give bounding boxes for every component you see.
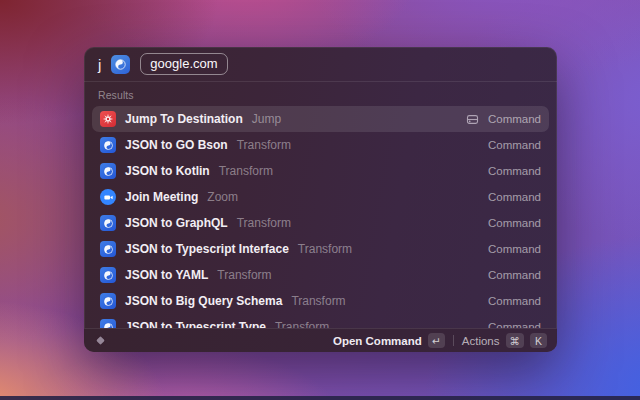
desktop-background: j google.com Results Jump To Destination… <box>0 0 640 400</box>
item-title: JSON to GO Bson <box>125 138 228 152</box>
json-extension-icon <box>111 55 130 74</box>
zoom-video-icon <box>100 189 116 205</box>
raycast-window: j google.com Results Jump To Destination… <box>84 47 557 352</box>
item-subtitle: Jump <box>252 112 281 126</box>
item-type-accessory: Command <box>488 295 541 307</box>
item-type-accessory: Command <box>488 269 541 281</box>
item-type-accessory: Command <box>488 113 541 125</box>
list-item[interactable]: Jump To DestinationJumpCommand <box>92 106 549 132</box>
list-item[interactable]: JSON to Typescript InterfaceTransformCom… <box>92 236 549 262</box>
jump-destination-icon <box>100 111 116 127</box>
item-subtitle: Transform <box>291 294 345 308</box>
item-title: JSON to GraphQL <box>125 216 228 230</box>
screen-bottom-edge <box>0 396 640 400</box>
item-title: Jump To Destination <box>125 112 243 126</box>
item-type-accessory: Command <box>488 191 541 203</box>
item-type-accessory: Command <box>488 217 541 229</box>
item-subtitle: Transform <box>298 242 352 256</box>
command-key-icon: ⌘ <box>506 333 525 348</box>
item-title: JSON to Big Query Schema <box>125 294 282 308</box>
item-type-accessory: Command <box>488 165 541 177</box>
k-key: K <box>530 333 547 348</box>
actions-button[interactable]: Actions ⌘ K <box>462 333 547 348</box>
footer-bar: Open Command ↵ Actions ⌘ K <box>84 328 557 352</box>
json-transform-icon <box>100 163 116 179</box>
item-subtitle: Transform <box>237 216 291 230</box>
list-item[interactable]: JSON to KotlinTransformCommand <box>92 158 549 184</box>
list-item[interactable]: JSON to GO BsonTransformCommand <box>92 132 549 158</box>
item-title: JSON to Typescript Interface <box>125 242 289 256</box>
item-title: JSON to Kotlin <box>125 164 210 178</box>
return-key-icon: ↵ <box>428 333 445 348</box>
actions-label: Actions <box>462 335 500 347</box>
search-query-text: j <box>98 56 101 73</box>
list-item[interactable]: JSON to GraphQLTransformCommand <box>92 210 549 236</box>
json-transform-icon <box>100 293 116 309</box>
item-type-accessory: Command <box>488 139 541 151</box>
list-item[interactable]: Join MeetingZoomCommand <box>92 184 549 210</box>
json-transform-icon <box>100 137 116 153</box>
item-subtitle: Zoom <box>207 190 238 204</box>
json-transform-icon <box>100 241 116 257</box>
item-subtitle: Transform <box>217 268 271 282</box>
list-item[interactable]: JSON to YAMLTransformCommand <box>92 262 549 288</box>
list-item[interactable]: JSON to Big Query SchemaTransformCommand <box>92 288 549 314</box>
raycast-logo-icon <box>94 335 106 347</box>
open-command-label: Open Command <box>333 335 422 347</box>
open-command-action[interactable]: Open Command ↵ <box>333 333 445 348</box>
results-section-header: Results <box>98 89 543 101</box>
item-type-accessory: Command <box>488 243 541 255</box>
footer-divider <box>453 335 454 346</box>
results-list: Jump To DestinationJumpCommandJSON to GO… <box>84 106 557 340</box>
search-argument-pill[interactable]: google.com <box>140 53 227 76</box>
json-transform-icon <box>100 215 116 231</box>
search-bar[interactable]: j google.com <box>84 47 557 82</box>
disk-icon <box>466 113 479 126</box>
item-title: JSON to YAML <box>125 268 208 282</box>
item-subtitle: Transform <box>219 164 273 178</box>
item-title: Join Meeting <box>125 190 198 204</box>
json-transform-icon <box>100 267 116 283</box>
item-subtitle: Transform <box>237 138 291 152</box>
